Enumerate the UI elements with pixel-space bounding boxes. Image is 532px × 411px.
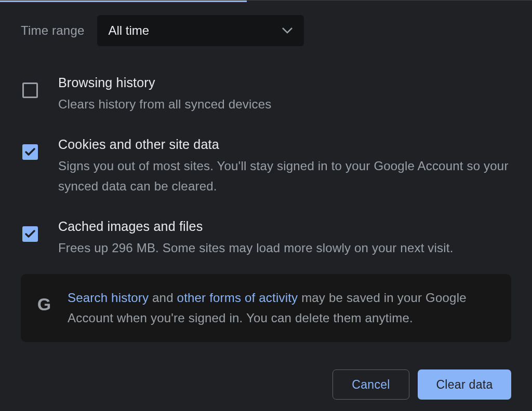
dialog-buttons: Cancel Clear data (332, 369, 511, 400)
option-cookies: Cookies and other site data Signs you ou… (21, 137, 511, 196)
google-g-icon: G (33, 294, 55, 316)
time-range-row: Time range All time (21, 15, 511, 46)
checkbox-slot (21, 137, 39, 160)
google-notice: G Search history and other forms of acti… (21, 274, 511, 342)
notice-text: Search history and other forms of activi… (68, 287, 496, 328)
option-text: Cookies and other site data Signs you ou… (58, 137, 511, 196)
check-icon (25, 230, 35, 238)
options-list: Browsing history Clears history from all… (21, 75, 511, 258)
tab-indicator (0, 1, 247, 2)
other-activity-link[interactable]: other forms of activity (177, 291, 298, 305)
clear-data-button[interactable]: Clear data (418, 369, 511, 400)
cancel-button[interactable]: Cancel (332, 369, 409, 400)
browsing-history-checkbox[interactable] (22, 83, 38, 98)
check-icon (25, 148, 35, 156)
option-cache: Cached images and files Frees up 296 MB.… (21, 219, 511, 258)
option-text: Cached images and files Frees up 296 MB.… (58, 219, 511, 258)
option-title: Cached images and files (58, 219, 511, 234)
notice-mid1: and (149, 291, 177, 305)
option-desc: Frees up 296 MB. Some sites may load mor… (58, 238, 511, 258)
cookies-checkbox[interactable] (22, 144, 38, 160)
cache-checkbox[interactable] (22, 226, 38, 242)
checkbox-slot (21, 75, 39, 98)
dropdown-caret-icon (282, 28, 292, 34)
checkbox-slot (21, 219, 39, 242)
option-title: Browsing history (58, 75, 511, 90)
time-range-label: Time range (21, 23, 85, 38)
time-range-dropdown[interactable]: All time (97, 15, 304, 46)
option-desc: Signs you out of most sites. You'll stay… (58, 156, 511, 196)
option-desc: Clears history from all synced devices (58, 94, 511, 114)
option-text: Browsing history Clears history from all… (58, 75, 511, 114)
time-range-value: All time (109, 23, 150, 38)
search-history-link[interactable]: Search history (68, 291, 149, 305)
option-browsing-history: Browsing history Clears history from all… (21, 75, 511, 114)
dialog-content: Time range All time Browsing history Cle… (0, 1, 532, 342)
option-title: Cookies and other site data (58, 137, 511, 152)
